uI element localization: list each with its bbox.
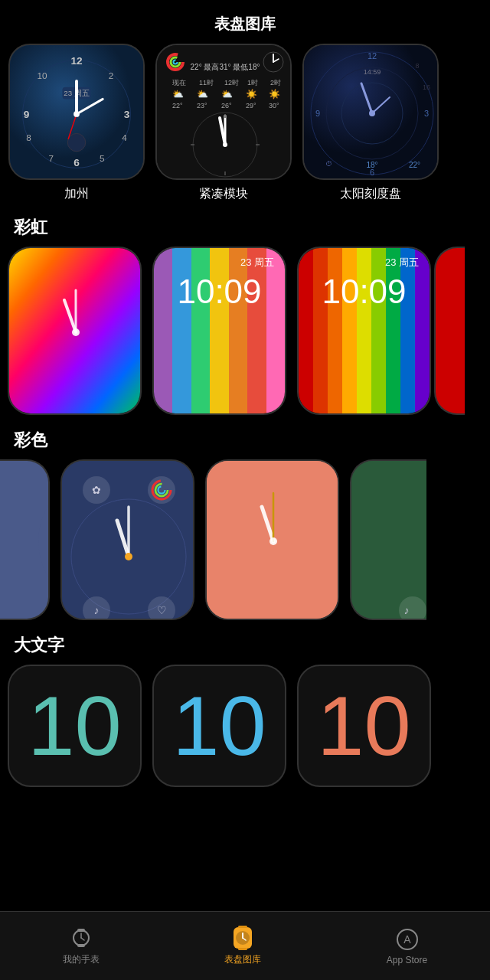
watch-item-rainbow-plain[interactable] (8, 247, 142, 415)
watch-item-blue-partial[interactable] (0, 459, 50, 620)
watch-item-bignum-orange[interactable]: 10 (297, 665, 431, 787)
svg-text:30°: 30° (269, 102, 279, 109)
watch-item-dark-blue[interactable]: ✿ ♪ (60, 459, 194, 620)
watch-face-rainbow-vertical[interactable]: 23 周五 10:09 (152, 247, 286, 415)
svg-text:7: 7 (48, 153, 54, 163)
watch-face-compact[interactable]: 22° 最高31° 最低18° 现在 11时 12时 1时 2时 ⛅ ⛅ ⛅ ☀… (155, 44, 292, 180)
svg-text:18°: 18° (366, 161, 377, 169)
top-watch-row: 12 6 9 3 10 2 8 4 7 5 23 周五 (0, 44, 490, 202)
rainbow-plain-svg (9, 248, 142, 415)
svg-text:22°: 22° (172, 102, 183, 109)
svg-text:11时: 11时 (199, 79, 214, 87)
svg-point-95 (270, 537, 277, 545)
app-store-icon: A (395, 927, 420, 952)
watch-item-rainbow-partial[interactable] (434, 247, 465, 415)
svg-point-14 (67, 133, 85, 151)
svg-rect-108 (238, 926, 247, 928)
svg-text:9: 9 (24, 109, 30, 120)
svg-line-103 (81, 938, 84, 940)
svg-text:8: 8 (26, 132, 31, 142)
watch-item-color-partial-right[interactable]: ♪ (350, 459, 426, 620)
bigtext-watch-row: 10 10 10 (0, 665, 490, 787)
svg-text:10: 10 (38, 70, 48, 80)
svg-text:⛅: ⛅ (221, 88, 233, 100)
my-watch-icon (69, 926, 93, 950)
rainbow-time-2: 10:09 (299, 273, 430, 311)
svg-rect-100 (77, 929, 85, 932)
svg-text:♪: ♪ (94, 604, 100, 616)
solar-label: 太阳刻度盘 (340, 186, 401, 202)
tab-face-gallery-label: 表盘图库 (224, 953, 261, 966)
svg-point-45 (223, 142, 227, 147)
svg-text:⏱: ⏱ (325, 160, 332, 168)
svg-text:5: 5 (100, 153, 105, 163)
bignum-2: 10 (172, 684, 266, 768)
svg-text:☀️: ☀️ (269, 88, 280, 100)
bignum-1: 10 (28, 684, 121, 768)
face-gallery-icon (230, 926, 255, 950)
california-label: 加州 (64, 186, 89, 202)
svg-text:⛅: ⛅ (197, 88, 208, 100)
svg-text:16: 16 (423, 83, 430, 91)
watch-face-california[interactable]: 12 6 9 3 10 2 8 4 7 5 23 周五 (8, 44, 145, 180)
rainbow-date-1: 23 周五 (154, 248, 285, 270)
svg-text:2时: 2时 (270, 79, 281, 87)
watch-face-bignum-blue[interactable]: 10 (152, 665, 286, 787)
watch-face-rainbow-partial[interactable] (434, 247, 465, 415)
tab-face-gallery[interactable]: 表盘图库 (209, 920, 276, 972)
watch-item-compact[interactable]: 22° 最高31° 最低18° 现在 11时 12时 1时 2时 ⛅ ⛅ ⛅ ☀… (155, 44, 292, 202)
svg-text:23°: 23° (197, 102, 207, 109)
watch-face-color-partial-right[interactable]: ♪ (350, 459, 426, 620)
svg-text:26°: 26° (221, 102, 232, 109)
svg-text:♡: ♡ (157, 604, 167, 616)
svg-text:8: 8 (415, 62, 419, 70)
color-partial-right-svg: ♪ (351, 461, 426, 620)
watch-item-rainbow-vertical[interactable]: 23 周五 10:09 (152, 247, 286, 415)
rainbow-time-1: 10:09 (154, 273, 285, 311)
watch-face-bignum-orange[interactable]: 10 (297, 665, 431, 787)
svg-text:1时: 1时 (247, 79, 258, 87)
watch-item-salmon[interactable] (205, 459, 339, 620)
svg-text:⛅: ⛅ (172, 88, 184, 100)
svg-text:3: 3 (124, 109, 130, 120)
watch-face-rainbow-red[interactable]: 23 周五 10:09 (297, 247, 431, 415)
svg-text:6: 6 (74, 157, 80, 168)
svg-text:22°: 22° (409, 161, 420, 169)
watch-face-blue-partial[interactable] (0, 459, 50, 620)
watch-face-salmon[interactable] (205, 459, 339, 620)
tab-bar: 我的手表 表盘图库 A App Store (0, 911, 490, 980)
tab-app-store-label: App Store (387, 955, 427, 965)
watch-item-bignum-blue[interactable]: 10 (152, 665, 286, 787)
watch-face-bignum-teal[interactable]: 10 (8, 665, 142, 787)
svg-text:4: 4 (122, 132, 127, 142)
rainbow-date-2: 23 周五 (299, 248, 430, 270)
svg-text:A: A (403, 933, 411, 946)
tab-my-watch[interactable]: 我的手表 (47, 920, 115, 972)
color-section-title: 彩色 (0, 415, 490, 459)
color-watch-row: ✿ ♪ (0, 459, 490, 620)
dark-blue-svg: ✿ ♪ (62, 461, 194, 620)
blue-partial-svg (0, 461, 50, 620)
watch-item-california[interactable]: 12 6 9 3 10 2 8 4 7 5 23 周五 (8, 44, 145, 202)
watch-face-solar[interactable]: 12 3 6 9 16 8 ⏱ 18° 2 (302, 44, 439, 180)
watch-item-solar[interactable]: 12 3 6 9 16 8 ⏱ 18° 2 (302, 44, 439, 202)
compact-label: 紧凑模块 (199, 186, 248, 202)
svg-text:9: 9 (315, 109, 320, 118)
svg-text:2: 2 (109, 70, 114, 80)
svg-point-72 (38, 472, 50, 610)
salmon-svg (207, 461, 339, 620)
watch-item-bignum-teal[interactable]: 10 (8, 665, 142, 787)
svg-point-18 (74, 111, 80, 117)
svg-text:12: 12 (70, 55, 83, 67)
svg-point-86 (125, 553, 132, 560)
watch-item-rainbow-red[interactable]: 23 周五 10:09 (297, 247, 431, 415)
rainbow-section-title: 彩虹 (0, 202, 490, 247)
svg-text:29°: 29° (246, 102, 256, 109)
tab-app-store[interactable]: A App Store (371, 921, 443, 972)
watch-face-rainbow-plain[interactable] (8, 247, 142, 415)
svg-text:12: 12 (368, 51, 377, 60)
svg-point-71 (72, 328, 80, 336)
watch-face-dark-blue[interactable]: ✿ ♪ (60, 459, 194, 620)
svg-text:♪: ♪ (404, 604, 410, 616)
svg-point-62 (369, 110, 375, 116)
